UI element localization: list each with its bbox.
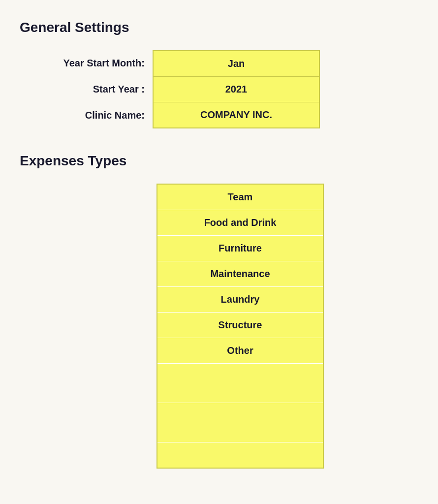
expense-item-maintenance[interactable]: Maintenance bbox=[157, 261, 323, 287]
clinic-name-row: Clinic Name: COMPANY INC. bbox=[49, 102, 418, 128]
expenses-types-section: Expenses Types Team Food and Drink Furni… bbox=[20, 153, 418, 469]
expense-item-empty-1[interactable] bbox=[157, 364, 323, 403]
year-start-month-value[interactable]: Jan bbox=[153, 50, 320, 76]
expense-item-furniture[interactable]: Furniture bbox=[157, 236, 323, 261]
expense-item-empty-2[interactable] bbox=[157, 403, 323, 442]
start-year-row: Start Year : 2021 bbox=[49, 76, 418, 102]
expense-item-other[interactable]: Other bbox=[157, 338, 323, 364]
expense-item-laundry[interactable]: Laundry bbox=[157, 287, 323, 313]
expense-item-food-and-drink[interactable]: Food and Drink bbox=[157, 210, 323, 236]
expense-item-structure[interactable]: Structure bbox=[157, 313, 323, 338]
year-start-month-label: Year Start Month: bbox=[49, 50, 153, 76]
year-start-month-row: Year Start Month: Jan bbox=[49, 50, 418, 76]
start-year-value[interactable]: 2021 bbox=[153, 76, 320, 102]
general-settings-title: General Settings bbox=[20, 20, 418, 35]
expense-item-team[interactable]: Team bbox=[157, 185, 323, 210]
start-year-label: Start Year : bbox=[49, 76, 153, 102]
clinic-name-label: Clinic Name: bbox=[49, 102, 153, 128]
expense-item-empty-3[interactable] bbox=[157, 442, 323, 468]
general-settings-section: General Settings Year Start Month: Jan S… bbox=[20, 20, 418, 128]
expenses-list: Team Food and Drink Furniture Maintenanc… bbox=[156, 184, 324, 469]
expenses-types-title: Expenses Types bbox=[20, 153, 418, 169]
clinic-name-value[interactable]: COMPANY INC. bbox=[153, 102, 320, 128]
settings-table: Year Start Month: Jan Start Year : 2021 … bbox=[49, 50, 418, 128]
